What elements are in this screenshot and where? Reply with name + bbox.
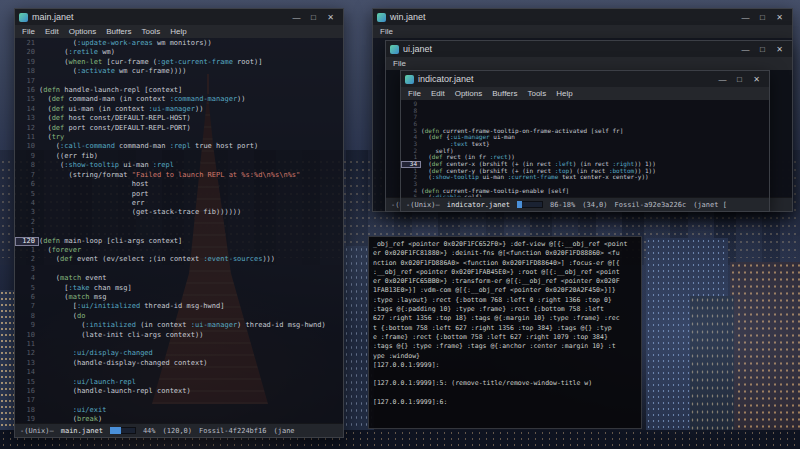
- code-line[interactable]: 9 ((err fib): [15, 152, 343, 161]
- maximize-button[interactable]: □: [305, 10, 322, 24]
- code-line[interactable]: 10 (late-init cli-args context)): [15, 331, 343, 340]
- repl-log-panel[interactable]: _obj_ref <pointer 0x020F1FC652F0>} :def-…: [368, 236, 642, 429]
- code-line[interactable]: 19 (when-let [cur-frame (:get-current-fr…: [15, 58, 343, 67]
- menu-item[interactable]: File: [408, 89, 421, 98]
- menu-item[interactable]: Tools: [141, 27, 160, 36]
- code-line[interactable]: 14 (def ui-man (in context :ui-manager)): [15, 105, 343, 114]
- code-line[interactable]: 11: [15, 340, 343, 349]
- menu-item[interactable]: File: [380, 27, 393, 36]
- menu-item[interactable]: Help: [170, 27, 186, 36]
- code-line[interactable]: 21 (:update-work-areas wm monitors)): [15, 39, 343, 48]
- code-line[interactable]: 2: [15, 218, 343, 227]
- minimize-button[interactable]: —: [737, 10, 754, 24]
- titlebar[interactable]: main.janet — □ ✕: [15, 9, 343, 25]
- code-line[interactable]: 20 (:retile wm): [15, 48, 343, 57]
- scroll-position-indicator[interactable]: [110, 427, 136, 434]
- titlebar[interactable]: ui.janet — □ ✕: [386, 41, 792, 57]
- code-line[interactable]: 2 (def event (ev/select ;(in context :ev…: [15, 255, 343, 264]
- code-text: (defn handle-launch-repl [context]: [39, 86, 182, 95]
- log-line: er 0x020F1FC81880>} :deinit-fns @[<funct…: [373, 249, 637, 258]
- close-button[interactable]: ✕: [748, 72, 765, 86]
- code-line[interactable]: 12 :ui/display-changed: [15, 349, 343, 358]
- code-line[interactable]: 9 (:initialized (in context :ui-manager)…: [15, 321, 343, 330]
- code-line[interactable]: 1: [15, 227, 343, 236]
- code-line[interactable]: 5 [:take chan msg]: [15, 284, 343, 293]
- line-number: 4: [15, 199, 39, 208]
- code-line[interactable]: 7: [401, 114, 769, 121]
- menu-item[interactable]: Options: [455, 89, 483, 98]
- window-title: win.janet: [390, 9, 426, 25]
- log-line: [127.0.0.1:9999]:6:: [373, 398, 637, 407]
- code-line[interactable]: 4 err: [15, 199, 343, 208]
- menu-item[interactable]: Edit: [431, 89, 445, 98]
- titlebar[interactable]: indicator.janet — □ ✕: [401, 71, 769, 87]
- minimize-button[interactable]: —: [737, 42, 754, 56]
- code-line[interactable]: 15 :ui/launch-repl: [15, 378, 343, 387]
- code-line[interactable]: 18 (:activate wm cur-frame)))): [15, 67, 343, 76]
- code-text: (def host const/DEFAULT-REPL-HOST): [39, 114, 191, 123]
- code-line[interactable]: 5 port: [15, 190, 343, 199]
- code-line[interactable]: 8 (:show-tooltip ui-man :repl: [15, 161, 343, 170]
- code-line[interactable]: 15 (def command-man (in context :command…: [15, 95, 343, 104]
- menu-item[interactable]: Buffers: [106, 27, 131, 36]
- log-line: [373, 389, 637, 398]
- scroll-position-indicator[interactable]: [517, 201, 543, 208]
- line-number: 13: [15, 114, 39, 123]
- code-line[interactable]: 120 (defn main-loop [cli-args context]: [15, 237, 343, 246]
- code-line[interactable]: 8 (do: [15, 312, 343, 321]
- close-button[interactable]: ✕: [771, 10, 788, 24]
- minimize-button[interactable]: —: [288, 10, 305, 24]
- code-line[interactable]: 7 [:ui/initialized thread-id msg-hwnd]: [15, 302, 343, 311]
- code-line[interactable]: 9: [401, 101, 769, 108]
- line-number: 19: [15, 58, 39, 67]
- menu-item[interactable]: Tools: [527, 89, 546, 98]
- code-line[interactable]: 3 (get-stack-trace fib)))))): [15, 208, 343, 217]
- close-button[interactable]: ✕: [322, 10, 339, 24]
- code-line[interactable]: 13 (def host const/DEFAULT-REPL-HOST): [15, 114, 343, 123]
- code-text: (:call-command command-man :repl true ho…: [39, 142, 258, 151]
- maximize-button[interactable]: □: [731, 72, 748, 86]
- code-line[interactable]: 11 (try: [15, 133, 343, 142]
- code-line[interactable]: 18 :ui/exit: [15, 406, 343, 415]
- line-number: 8: [401, 108, 421, 115]
- code-line[interactable]: 3 :text text}: [401, 141, 769, 148]
- titlebar[interactable]: win.janet — □ ✕: [373, 9, 792, 25]
- code-line[interactable]: 19 (break): [15, 415, 343, 423]
- code-text: (do: [39, 312, 85, 321]
- code-line[interactable]: 6 (match msg: [15, 293, 343, 302]
- code-line[interactable]: 6 host: [15, 180, 343, 189]
- code-line[interactable]: 7 (string/format "Failed to launch REPL …: [15, 171, 343, 180]
- app-icon: [390, 45, 399, 54]
- menu-item[interactable]: Help: [556, 89, 572, 98]
- line-number: 13: [15, 359, 39, 368]
- window-title: main.janet: [32, 9, 74, 25]
- maximize-button[interactable]: □: [754, 10, 771, 24]
- line-number: 11: [15, 133, 39, 142]
- code-line[interactable]: 12 (def port const/DEFAULT-REPL-PORT): [15, 124, 343, 133]
- close-button[interactable]: ✕: [771, 42, 788, 56]
- status-filename: indicator.janet: [447, 201, 510, 209]
- code-line[interactable]: 14: [15, 368, 343, 377]
- maximize-button[interactable]: □: [754, 42, 771, 56]
- code-line[interactable]: 16 (handle-launch-repl context): [15, 387, 343, 396]
- code-area[interactable]: 9 8 7 6 5: [401, 100, 769, 197]
- code-line[interactable]: 17: [15, 77, 343, 86]
- code-line[interactable]: 8: [401, 108, 769, 115]
- menu-item[interactable]: Options: [69, 27, 97, 36]
- menu-item[interactable]: File: [22, 27, 35, 36]
- code-line[interactable]: 2 (:show-tooltip ui-man :current-frame t…: [401, 174, 769, 181]
- code-line[interactable]: 4 (match event: [15, 274, 343, 283]
- code-line[interactable]: 10 (:call-command command-man :repl true…: [15, 142, 343, 151]
- code-area[interactable]: 21 (:update-work-areas wm monitors)) 20 …: [15, 38, 343, 423]
- minimize-button[interactable]: —: [714, 72, 731, 86]
- code-line[interactable]: 16 (defn handle-launch-repl [context]: [15, 86, 343, 95]
- code-line[interactable]: 13 (handle-display-changed context): [15, 359, 343, 368]
- menu-item[interactable]: Buffers: [492, 89, 517, 98]
- code-text: (def command-man (in context :command-ma…: [39, 95, 246, 104]
- menu-item[interactable]: Edit: [45, 27, 59, 36]
- code-line[interactable]: 3: [15, 265, 343, 274]
- code-line[interactable]: 1 (forever: [15, 246, 343, 255]
- menu-item[interactable]: File: [393, 59, 406, 68]
- code-text: (handle-launch-repl context): [39, 387, 191, 396]
- code-line[interactable]: 17: [15, 396, 343, 405]
